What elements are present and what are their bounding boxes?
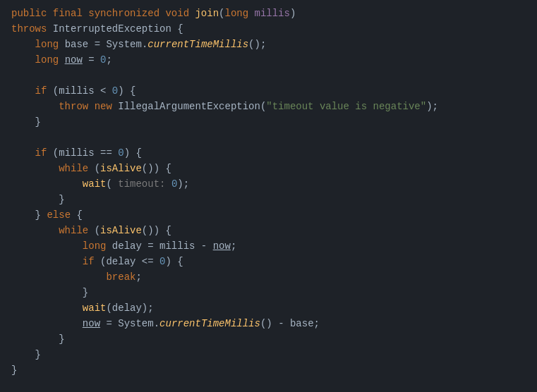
code-token: } — [11, 207, 47, 223]
code-line: } — [0, 114, 537, 130]
code-token: break — [106, 269, 135, 285]
code-token: now — [83, 316, 100, 331]
code-token: 0 — [118, 145, 123, 161]
code-token: { — [171, 21, 183, 37]
code-token: } — [11, 362, 17, 378]
code-token: ()) { — [142, 161, 171, 176]
code-token: 0 — [159, 254, 165, 269]
code-token: (delay); — [106, 300, 153, 316]
code-token: (); — [248, 37, 266, 52]
code-token — [11, 52, 35, 68]
code-token: (millis < — [53, 83, 112, 99]
code-token — [11, 300, 83, 316]
code-token: (delay <= — [100, 254, 159, 269]
code-token: long — [224, 6, 254, 21]
code-token: wait — [83, 300, 107, 316]
code-token — [11, 37, 35, 52]
code-token: ()) { — [142, 223, 171, 238]
code-line: } — [0, 331, 537, 347]
code-token — [11, 99, 59, 114]
code-token — [11, 145, 35, 161]
code-token: . — [142, 37, 147, 52]
code-line: if (delay <= 0) { — [0, 254, 537, 269]
code-token: now — [65, 52, 83, 68]
code-token: final — [53, 6, 88, 21]
code-line: wait( timeout: 0); — [0, 176, 537, 192]
code-token: ); — [177, 176, 189, 192]
code-token: currentTimeMillis — [159, 316, 260, 331]
code-token: "timeout value is negative" — [266, 99, 426, 114]
code-token — [11, 161, 59, 176]
code-token: ) { — [165, 254, 183, 269]
code-line: } — [0, 347, 537, 362]
code-token: ) { — [124, 145, 142, 161]
code-line: throw new IllegalArgumentException("time… — [0, 99, 537, 114]
code-token: } — [11, 347, 41, 362]
code-token: ); — [426, 99, 438, 114]
code-token: } — [11, 331, 65, 347]
code-token: System — [118, 316, 153, 331]
code-token: ( — [106, 176, 118, 192]
code-token: public — [11, 6, 53, 21]
code-token: if — [35, 83, 53, 99]
code-token: 0 — [100, 52, 106, 68]
code-line — [0, 130, 537, 145]
code-token: isAlive — [100, 161, 142, 176]
code-token: void — [165, 6, 195, 21]
code-line: } — [0, 285, 537, 300]
code-token: InterruptedException — [53, 21, 171, 37]
code-line: } — [0, 192, 537, 207]
code-line: break; — [0, 269, 537, 285]
code-token: ; — [106, 52, 111, 68]
code-token: = — [100, 316, 118, 331]
code-token — [11, 316, 83, 331]
code-line: wait(delay); — [0, 300, 537, 316]
code-token: ( — [95, 223, 100, 238]
code-token: long — [35, 52, 65, 68]
code-token: if — [83, 254, 100, 269]
code-line: now = System.currentTimeMillis() - base; — [0, 316, 537, 331]
code-token: ; — [231, 238, 236, 254]
code-line: if (millis == 0) { — [0, 145, 537, 161]
code-line — [0, 68, 537, 83]
code-token: : — [159, 176, 171, 192]
code-line: } else { — [0, 207, 537, 223]
code-line: public final synchronized void join(long… — [0, 6, 537, 21]
code-token: currentTimeMillis — [147, 37, 248, 52]
code-token: 0 — [171, 176, 177, 192]
code-token — [11, 254, 83, 269]
code-token: (millis == — [53, 145, 118, 161]
code-token: ( — [219, 6, 224, 21]
code-token — [11, 269, 106, 285]
code-token: { — [76, 207, 82, 223]
code-token: base — [65, 37, 89, 52]
code-token — [11, 176, 83, 192]
code-token: throw — [59, 99, 94, 114]
code-token: delay — [112, 238, 142, 254]
code-token: timeout — [118, 176, 159, 192]
code-token: ) { — [118, 83, 135, 99]
code-token: new — [95, 99, 119, 114]
code-token: = — [88, 37, 106, 52]
code-token: ; — [135, 269, 141, 285]
code-token: 0 — [112, 83, 118, 99]
code-line: while (isAlive()) { — [0, 223, 537, 238]
code-token: ( — [95, 161, 100, 176]
code-token — [11, 83, 35, 99]
code-token: ( — [260, 99, 266, 114]
code-token: = millis - — [142, 238, 213, 254]
code-line: if (millis < 0) { — [0, 83, 537, 99]
code-line: long base = System.currentTimeMillis(); — [0, 37, 537, 52]
code-token: = — [83, 52, 100, 68]
code-line: } — [0, 362, 537, 378]
code-line: while (isAlive()) { — [0, 161, 537, 176]
code-token: long — [35, 37, 65, 52]
code-token — [11, 223, 59, 238]
code-token: else — [47, 207, 76, 223]
code-token: } — [11, 114, 41, 130]
code-token: synchronized — [88, 6, 165, 21]
code-token: if — [35, 145, 53, 161]
code-token: while — [59, 161, 94, 176]
code-token: isAlive — [100, 223, 142, 238]
code-line: long delay = millis - now; — [0, 238, 537, 254]
